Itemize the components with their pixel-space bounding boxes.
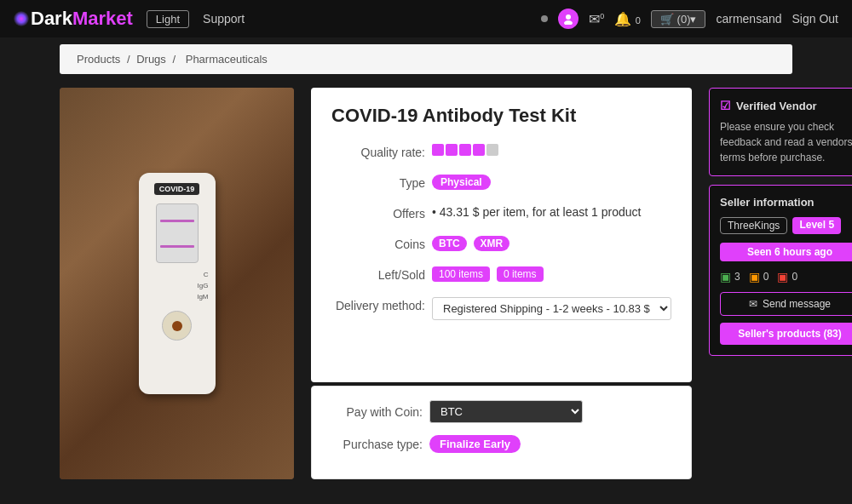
- svg-point-1: [566, 14, 571, 20]
- breadcrumb-pharmaceuticals: Pharmaceuticals: [186, 53, 268, 66]
- pay-coin-label: Pay with Coin:: [329, 405, 423, 419]
- seller-stats: ▣ 3 ▣ 0 ▣ 0: [720, 270, 852, 284]
- send-message-button[interactable]: ✉ Send message: [720, 292, 852, 316]
- q-icon-2: [446, 144, 458, 156]
- offers-bullet: •: [432, 205, 440, 219]
- profile-icon[interactable]: [558, 9, 579, 29]
- breadcrumb-products[interactable]: Products: [77, 53, 120, 66]
- signout-button[interactable]: Sign Out: [792, 12, 838, 26]
- test-strip-label: COVID-19: [154, 183, 200, 195]
- q-icon-4: [473, 144, 485, 156]
- svg-point-2: [564, 20, 573, 25]
- quality-rate-row: Quality rate:: [331, 144, 671, 159]
- sep2: /: [172, 53, 178, 66]
- test-strip: COVID-19 CIgGIgM: [139, 173, 216, 394]
- btc-badge: BTC: [432, 236, 467, 251]
- logo-dark-text: Dark: [31, 8, 72, 30]
- purchase-type-row: Purchase type: Finalize Early: [329, 435, 674, 453]
- offers-value: • 43.31 $ per item, for at least 1 produ…: [432, 205, 671, 219]
- breadcrumb-drugs[interactable]: Drugs: [136, 53, 166, 66]
- seller-name-badge[interactable]: ThreeKings: [720, 217, 787, 234]
- product-title: COVID-19 Antibody Test Kit: [331, 105, 671, 127]
- stat-neutral: ▣ 0: [749, 270, 769, 284]
- seen-ago-badge: Seen 6 hours ago: [720, 243, 852, 261]
- svg-point-0: [14, 11, 29, 26]
- type-row: Type Physical: [331, 175, 671, 190]
- seller-info-box: Seller information ThreeKings Level 5 Se…: [709, 185, 852, 356]
- negative-icon: ▣: [777, 270, 788, 284]
- mail-icon[interactable]: ✉0: [589, 11, 604, 27]
- stat-pos-count: 3: [734, 271, 740, 283]
- quality-rate-label: Quality rate:: [331, 144, 425, 159]
- q-icon-1: [432, 144, 444, 156]
- neutral-icon: ▣: [749, 270, 760, 284]
- sep1: /: [127, 53, 133, 66]
- logo-icon: [14, 11, 29, 26]
- stat-positive: ▣ 3: [720, 270, 740, 284]
- purchase-type-label: Purchase type:: [329, 438, 423, 451]
- seller-products-button[interactable]: Seller's products (83): [720, 323, 852, 345]
- light-button[interactable]: Light: [147, 10, 189, 28]
- offers-text: 43.31 $ per item, for at least 1 product: [440, 205, 642, 219]
- q-icon-3: [459, 144, 471, 156]
- verified-icon: ☑: [720, 99, 731, 112]
- message-icon: ✉: [749, 298, 757, 310]
- seller-panel: ☑ Verified Vendor Please ensure you chec…: [709, 88, 852, 479]
- support-link[interactable]: Support: [203, 12, 245, 26]
- logo: DarkMarket: [14, 8, 133, 30]
- status-dot: [541, 15, 548, 22]
- type-label: Type: [331, 175, 425, 190]
- logo-market-text: Market: [72, 8, 133, 30]
- product-details: COVID-19 Antibody Test Kit Quality rate:…: [311, 88, 692, 382]
- cart-button[interactable]: 🛒 (0)▾: [651, 10, 706, 28]
- stat-neu-count: 0: [763, 271, 769, 283]
- pay-section: Pay with Coin: BTC Purchase type: Finali…: [311, 386, 692, 479]
- xmr-badge: XMR: [474, 236, 510, 251]
- q-icon-5: [486, 144, 498, 156]
- verified-title: ☑ Verified Vendor: [720, 99, 852, 112]
- seller-badges: ThreeKings Level 5: [720, 217, 852, 234]
- left-items-badge: 100 items: [432, 266, 490, 282]
- positive-icon: ▣: [720, 270, 731, 284]
- coins-value: BTC XMR: [432, 236, 671, 249]
- left-sold-row: Left/Sold 100 items 0 items: [331, 266, 671, 282]
- quality-rate-value: [432, 144, 671, 156]
- type-badge: Physical: [432, 175, 491, 190]
- header-icons: ✉0 🔔 0 🛒 (0)▾ carmensand Sign Out: [541, 9, 838, 29]
- seller-level-badge: Level 5: [792, 217, 841, 234]
- finalize-early-button[interactable]: Finalize Early: [429, 435, 521, 453]
- product-image: COVID-19 CIgGIgM: [60, 88, 294, 479]
- left-sold-label: Left/Sold: [331, 266, 425, 282]
- offers-label: Offers: [331, 205, 425, 220]
- seller-info-title: Seller information: [720, 196, 852, 209]
- verified-vendor-box: ☑ Verified Vendor Please ensure you chec…: [709, 88, 852, 176]
- delivery-label: Delivery method:: [331, 297, 425, 312]
- delivery-select[interactable]: Registered Shipping - 1-2 weeks - 10.83 …: [432, 297, 671, 320]
- main-content: COVID-19 CIgGIgM COVID-19 Antibody Test …: [0, 81, 852, 486]
- left-sold-value: 100 items 0 items: [432, 266, 671, 280]
- username-label: carmensand: [716, 12, 781, 26]
- stat-neg-count: 0: [792, 271, 797, 283]
- coins-row: Coins BTC XMR: [331, 236, 671, 251]
- stat-negative: ▣ 0: [777, 270, 797, 284]
- bell-icon[interactable]: 🔔 0: [614, 11, 641, 27]
- pay-coin-row: Pay with Coin: BTC: [329, 400, 674, 423]
- pay-coin-select[interactable]: BTC: [429, 400, 583, 423]
- test-labels: CIgGIgM: [146, 270, 209, 302]
- sold-items-badge: 0 items: [497, 266, 544, 282]
- delivery-row: Delivery method: Registered Shipping - 1…: [331, 297, 671, 320]
- header: DarkMarket Light Support ✉0 🔔 0 🛒 (0)▾ c…: [0, 0, 852, 37]
- send-message-label: Send message: [763, 298, 831, 310]
- test-line-igg: [160, 245, 194, 248]
- verified-text: Please ensure you check feedback and rea…: [720, 119, 852, 165]
- delivery-value: Registered Shipping - 1-2 weeks - 10.83 …: [432, 297, 671, 320]
- coins-label: Coins: [331, 236, 425, 251]
- verified-title-text: Verified Vendor: [736, 100, 817, 112]
- type-value: Physical: [432, 175, 671, 188]
- test-sample-well: [162, 311, 192, 341]
- test-line-c: [160, 220, 194, 222]
- breadcrumb: Products / Drugs / Pharmaceuticals: [60, 44, 792, 74]
- offers-row: Offers • 43.31 $ per item, for at least …: [331, 205, 671, 220]
- test-strip-window: [156, 203, 199, 263]
